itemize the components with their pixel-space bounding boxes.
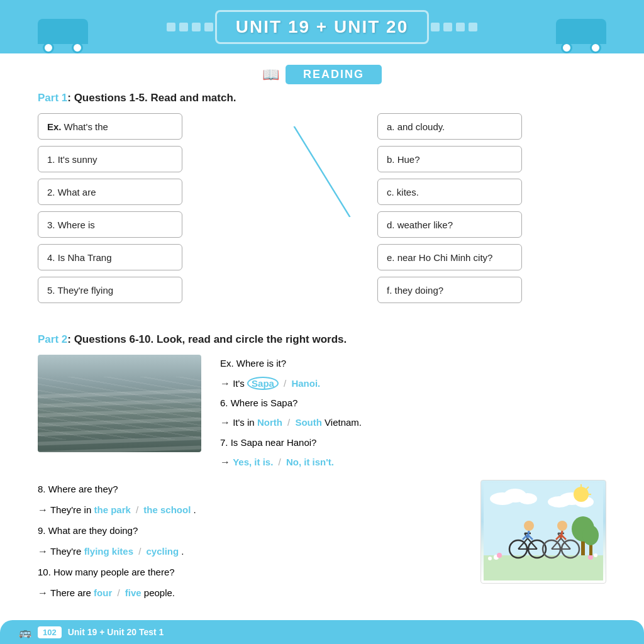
svg-point-29 — [524, 521, 534, 531]
q6-blue2: South — [295, 417, 322, 428]
q9-blue2: cycling — [147, 546, 179, 557]
right-item-b: b. Hue? — [377, 146, 522, 172]
q6-answer-line: → It's in North / South Vietnam. — [220, 413, 606, 432]
ex-answer-prefix: It's — [233, 378, 247, 389]
svg-point-40 — [557, 521, 567, 531]
slash: / — [279, 457, 284, 467]
right-item-c: c. kites. — [377, 179, 522, 205]
arrow-icon: → — [38, 504, 48, 515]
slash: / — [117, 587, 122, 598]
part2-num: Part 2 — [38, 333, 67, 345]
left-item-ex: Ex. What's the — [38, 113, 182, 140]
q9-text: 9. What are they doing? — [38, 525, 138, 536]
ex-label: Ex. — [47, 121, 62, 132]
svg-point-17 — [594, 553, 597, 557]
unit-title: UNIT 19 + UNIT 20 — [215, 10, 429, 44]
left-item-3: 3. Where is — [38, 211, 182, 238]
footer-truck-icon: 🚌 — [19, 626, 31, 638]
q7-answer-line: → Yes, it is. / No, it isn't. — [220, 453, 606, 472]
q7-blue2: No, it isn't. — [286, 457, 334, 467]
slash: / — [284, 378, 286, 389]
q8-prefix: They're in — [50, 504, 94, 515]
right-item-d-text: d. weather like? — [387, 219, 453, 230]
footer-text: Unit 19 + Unit 20 Test 1 — [68, 627, 164, 637]
q8-text: 8. Where are they? — [38, 484, 118, 494]
svg-point-14 — [497, 553, 502, 558]
book-icon: 📖 — [262, 67, 279, 83]
svg-line-0 — [294, 126, 350, 217]
right-item-d: d. weather like? — [377, 211, 522, 238]
ex-question: Ex. Where is it? — [220, 358, 286, 369]
q10-blue2: five — [125, 587, 142, 598]
left-item-5: 5. They're flying — [38, 277, 182, 303]
truck-left-icon — [38, 19, 88, 53]
arrow-icon: → — [38, 546, 48, 557]
q10-blue1: four — [94, 587, 112, 598]
right-column: a. and cloudy. b. Hue? c. kites. d. weat… — [377, 113, 522, 314]
q7-text: 7. Is Sapa near Hanoi? — [220, 437, 316, 448]
left-item-5-text: 5. They're flying — [47, 285, 113, 296]
slash: / — [136, 504, 141, 515]
ex-blue-word: Hanoi. — [291, 378, 320, 389]
svg-point-21 — [582, 525, 599, 545]
q9-answer-line: → They're flying kites / cycling . — [38, 541, 468, 562]
right-item-f: f. they doing? — [377, 277, 522, 303]
q10-suffix: people. — [144, 587, 175, 598]
q6-prefix: It's in — [233, 417, 257, 428]
arrow-icon: → — [220, 457, 230, 467]
svg-point-16 — [588, 555, 593, 560]
arrow-icon: → — [220, 378, 230, 389]
right-item-f-text: f. they doing? — [387, 285, 443, 296]
left-item-4-text: 4. Is Nha Trang — [47, 252, 112, 263]
left-column: Ex. What's the 1. It's sunny 2. What are… — [38, 113, 182, 314]
left-item-2: 2. What are — [38, 179, 182, 205]
svg-point-4 — [518, 493, 537, 504]
arrow-icon: → — [220, 417, 230, 428]
q6-line: 6. Where is Sapa? — [220, 394, 606, 413]
deco-square — [431, 23, 440, 31]
part2-top: Ex. Where is it? → It's Sapa / Hanoi. 6.… — [38, 355, 606, 474]
truck-right-icon — [556, 19, 606, 53]
right-item-a-text: a. and cloudy. — [387, 121, 445, 132]
left-item-2-text: 2. What are — [47, 187, 96, 197]
deco-square — [204, 23, 213, 31]
questions-right: Ex. Where is it? → It's Sapa / Hanoi. 6.… — [220, 355, 606, 474]
right-item-b-text: b. Hue? — [387, 154, 420, 165]
part2-heading: Part 2: Questions 6-10. Look, read and c… — [38, 333, 606, 346]
q9-prefix: They're — [50, 546, 84, 557]
bottom-left-questions: 8. Where are they? → They're in the park… — [38, 480, 468, 604]
ex-question-line: Ex. Where is it? — [220, 355, 606, 373]
reading-badge: READING — [286, 65, 382, 84]
q6-text: 6. Where is Sapa? — [220, 397, 297, 408]
q8-answer-line: → They're in the park / the school . — [38, 500, 468, 520]
q8-suffix: . — [194, 504, 196, 515]
deco-square — [456, 23, 465, 31]
slash: / — [138, 546, 143, 557]
header-banner: UNIT 19 + UNIT 20 — [0, 0, 644, 53]
part2-bottom: 8. Where are they? → They're in the park… — [38, 480, 606, 604]
reading-header: 📖 READING — [0, 65, 644, 84]
q10-prefix: There are — [50, 587, 94, 598]
q9-suffix: . — [181, 546, 184, 557]
cycling-svg — [484, 483, 603, 580]
part2-content: Ex. Where is it? → It's Sapa / Hanoi. 6.… — [38, 355, 606, 604]
deco-square — [443, 23, 452, 31]
arrow-icon: → — [38, 587, 48, 598]
svg-point-15 — [488, 557, 492, 560]
main-content: Part 1: Questions 1-5. Read and match. E… — [0, 92, 644, 604]
deco-square — [167, 23, 175, 31]
left-item-1: 1. It's sunny — [38, 146, 182, 172]
left-item-4: 4. Is Nha Trang — [38, 244, 182, 270]
q8-blue1: the park — [94, 504, 130, 515]
part1-num: Part 1 — [38, 92, 67, 104]
q7-blue1: Yes, it is. — [233, 457, 273, 467]
left-item-3-text: 3. Where is — [47, 219, 95, 230]
footer: 🚌 102 Unit 19 + Unit 20 Test 1 — [0, 620, 644, 644]
left-item-1-text: 1. It's sunny — [47, 154, 97, 165]
matching-area: Ex. What's the 1. It's sunny 2. What are… — [38, 113, 606, 314]
slash: / — [287, 417, 292, 428]
svg-rect-12 — [484, 555, 603, 580]
q10-line: 10. How many people are there? — [38, 563, 468, 582]
q7-line: 7. Is Sapa near Hanoi? — [220, 434, 606, 452]
part1-heading: Part 1: Questions 1-5. Read and match. — [38, 92, 606, 104]
